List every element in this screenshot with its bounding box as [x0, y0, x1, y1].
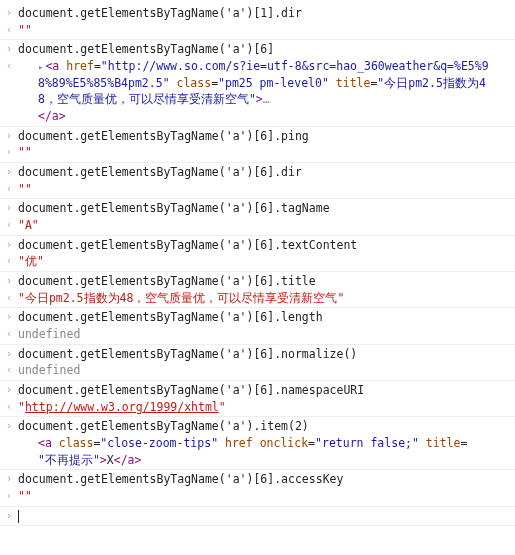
output-icon: ‹	[4, 362, 14, 378]
console-input-line[interactable]: ›	[0, 507, 515, 527]
prompt-icon: ›	[4, 41, 14, 57]
output-icon: ‹	[4, 22, 14, 38]
output-icon: ‹	[4, 144, 14, 160]
console-entry: › document.getElementsByTagName('a').ite…	[0, 417, 515, 470]
prompt-icon: ›	[4, 346, 14, 362]
console-line-content[interactable]: document.getElementsByTagName('a')[6].te…	[18, 237, 515, 254]
console-entry: › document.getElementsByTagName('a')[6].…	[0, 345, 515, 381]
console-line-content: "http://www.w3.org/1999/xhtml"	[18, 399, 515, 416]
console-entry: › document.getElementsByTagName('a')[6].…	[0, 470, 515, 506]
prompt-icon: ›	[4, 508, 14, 524]
prompt-icon: ›	[4, 164, 14, 180]
output-icon: ‹	[4, 488, 14, 504]
prompt-icon: ›	[4, 237, 14, 253]
console-entry: › document.getElementsByTagName('a')[6].…	[0, 308, 515, 344]
output-icon: ‹	[4, 181, 14, 197]
console-entry: › document.getElementsByTagName('a')[1].…	[0, 4, 515, 40]
console-entry: › document.getElementsByTagName('a')[6].…	[0, 272, 515, 308]
console-entry: › document.getElementsByTagName('a')[6].…	[0, 381, 515, 417]
output-icon: ‹	[4, 58, 14, 74]
console-line-content[interactable]: document.getElementsByTagName('a')[6].ti…	[18, 273, 515, 290]
prompt-icon: ›	[4, 128, 14, 144]
console-line-content: ""	[18, 144, 515, 161]
console-line-content: ""	[18, 488, 515, 505]
console-line-content[interactable]: <a class="close-zoom-tips" href onclick=…	[18, 435, 515, 468]
console-line-content: undefined	[18, 326, 515, 343]
console-entry: › document.getElementsByTagName('a')[6].…	[0, 163, 515, 199]
prompt-icon: ›	[4, 5, 14, 21]
console-line-content: undefined	[18, 362, 515, 379]
console-entry: › document.getElementsByTagName('a')[6] …	[0, 40, 515, 126]
console-entry: › document.getElementsByTagName('a')[6].…	[0, 127, 515, 163]
prompt-icon: ›	[4, 309, 14, 325]
console-line-content[interactable]: document.getElementsByTagName('a')[6].le…	[18, 309, 515, 326]
output-icon: ‹	[4, 290, 14, 306]
console-line-content: ""	[18, 22, 515, 39]
console-line-content: "A"	[18, 217, 515, 234]
prompt-icon: ›	[4, 418, 14, 434]
console-line-content[interactable]: document.getElementsByTagName('a')[6].na…	[18, 382, 515, 399]
prompt-icon: ›	[4, 200, 14, 216]
console-line-content[interactable]: document.getElementsByTagName('a')[6]	[18, 41, 515, 58]
console-line-content: ""	[18, 181, 515, 198]
console-line-content[interactable]: document.getElementsByTagName('a').item(…	[18, 418, 515, 435]
console-output: › document.getElementsByTagName('a')[1].…	[0, 4, 515, 507]
console-line-content: "今日pm2.5指数为48，空气质量优，可以尽情享受清新空气"	[18, 290, 515, 307]
console-line-content: "优"	[18, 253, 515, 270]
output-icon: ‹	[4, 399, 14, 415]
console-line-content[interactable]: document.getElementsByTagName('a')[6].ta…	[18, 200, 515, 217]
console-line-content[interactable]: document.getElementsByTagName('a')[6].pi…	[18, 128, 515, 145]
prompt-icon: ›	[4, 382, 14, 398]
prompt-icon: ›	[4, 273, 14, 289]
console-entry: › document.getElementsByTagName('a')[6].…	[0, 199, 515, 235]
prompt-icon: ›	[4, 471, 14, 487]
console-line-content[interactable]: document.getElementsByTagName('a')[6].di…	[18, 164, 515, 181]
console-line-content[interactable]: document.getElementsByTagName('a')[6].no…	[18, 346, 515, 363]
console-line-content[interactable]: document.getElementsByTagName('a')[1].di…	[18, 5, 515, 22]
output-icon: ‹	[4, 217, 14, 233]
output-icon: ‹	[4, 253, 14, 269]
console-entry: › document.getElementsByTagName('a')[6].…	[0, 236, 515, 272]
console-line-content[interactable]: ▸<a href="http://www.so.com/s?ie=utf-8&s…	[18, 58, 515, 125]
console-input[interactable]	[18, 508, 515, 525]
console-line-content[interactable]: document.getElementsByTagName('a')[6].ac…	[18, 471, 515, 488]
output-icon: ‹	[4, 326, 14, 342]
